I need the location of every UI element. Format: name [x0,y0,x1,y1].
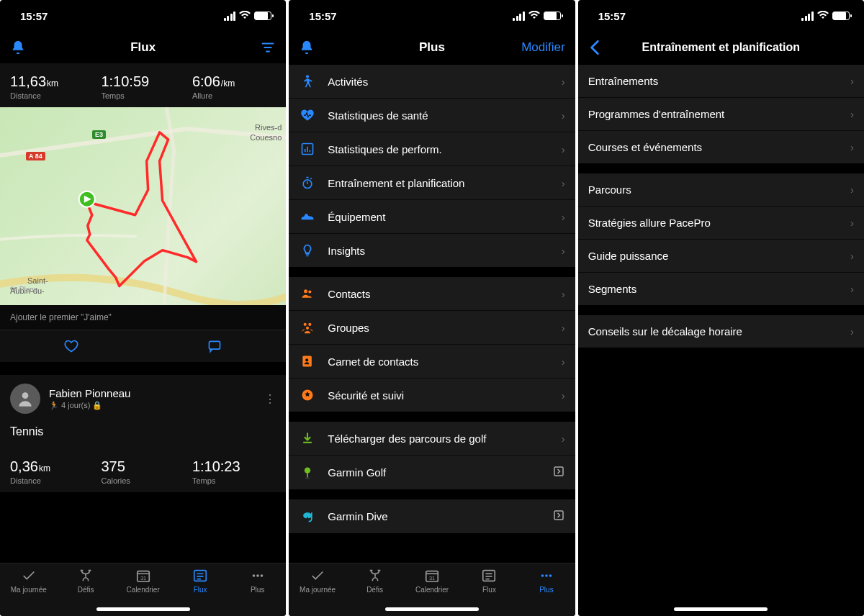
svg-point-14 [252,574,255,577]
list-item[interactable]: Conseils sur le décalage horaire› [578,315,864,348]
tab-more[interactable]: Plus [518,568,575,616]
menu-row-label: Contacts [328,288,370,300]
list-item-label: Segments [588,283,637,295]
menu-row-chart-bar[interactable]: Statistiques de perform.› [289,132,575,166]
svg-point-17 [306,75,309,78]
edit-button[interactable]: Modifier [521,40,564,55]
person-arms-icon [299,74,316,89]
heart-pulse-icon [299,108,316,122]
training-screen: 15:57 Entraînement et planification Entr… [578,0,864,616]
tab-more[interactable]: Plus [229,568,286,616]
svg-rect-5 [210,341,220,349]
list-item[interactable]: Guide puissance› [578,240,864,273]
menu-row-groups[interactable]: Groupes› [289,311,575,345]
menu-row-shoe[interactable]: Équipement› [289,200,575,234]
menu-row-label: Sécurité et suivi [328,389,404,402]
menu-row-address-book[interactable]: Carnet de contacts› [289,345,575,379]
list-item[interactable]: Entraînements› [578,65,864,98]
card-menu-button[interactable]: ⋮ [264,392,276,406]
status-bar: 15:57 [289,0,575,32]
list-item-label: Courses et événements [588,141,702,153]
chevron-right-icon: › [850,184,854,196]
svg-point-49 [545,574,548,577]
notifications-button[interactable] [10,40,53,55]
menu-row-lightbulb[interactable]: Insights› [289,234,575,267]
signal-icon [513,12,525,21]
list-item[interactable]: Stratégies allure PacePro› [578,207,864,240]
svg-point-16 [260,574,263,577]
menu-row-label: Insights [328,245,365,257]
chevron-right-icon: › [850,325,854,338]
list-item-label: Programmes d'entraînement [588,108,725,120]
chevron-right-icon: › [850,108,854,120]
chevron-right-icon: › [562,432,565,445]
nav-header: Flux [0,32,286,63]
back-button[interactable] [588,40,631,55]
menu-row-person-arms[interactable]: Activités› [289,65,575,99]
author-name[interactable]: Fabien Pionneau [49,387,130,399]
menu-row-label: Statistiques de perform. [328,143,441,155]
comment-button[interactable] [143,330,287,362]
list-item[interactable]: Courses et événements› [578,131,864,163]
home-indicator[interactable] [674,607,768,611]
svg-text:31: 31 [429,575,435,581]
menu-row-label: Activités [328,76,368,88]
activity-card-header: Fabien Pionneau 🏃 4 jour(s) 🔒 ⋮ [0,375,286,422]
list-item[interactable]: Segments› [578,273,864,305]
tab-my-day[interactable]: Ma journée [289,568,346,616]
avatar[interactable] [10,384,40,414]
external-link-icon [552,509,565,524]
battery-icon [544,12,561,20]
filter-button[interactable] [233,40,276,55]
menu-row-label: Groupes [328,322,369,334]
chevron-right-icon: › [562,177,565,189]
menu-row-stopwatch[interactable]: Entraînement et planification› [289,166,575,200]
menu-row-download[interactable]: Télécharger des parcours de golf› [289,422,575,456]
home-indicator[interactable] [96,607,190,611]
wifi-icon [817,11,829,22]
like-hint-text: Ajouter le premier "J'aime" [0,305,286,330]
flux-screen: 15:57 Flux 11,63kmDistance 1:10:59Temps … [0,0,286,616]
list-item[interactable]: Parcours› [578,173,864,207]
menu-row-heart-pulse[interactable]: Statistiques de santé› [289,99,575,132]
menu-row-golf[interactable]: Garmin Golf [289,456,575,489]
svg-rect-40 [554,511,563,520]
svg-point-29 [309,323,312,326]
svg-point-48 [541,574,544,577]
list-item-label: Stratégies allure PacePro [588,217,711,229]
chevron-right-icon: › [850,75,854,87]
wifi-icon [239,11,251,22]
chevron-right-icon: › [562,322,565,334]
address-book-icon [299,354,316,368]
menu-row-label: Statistiques de santé [328,109,428,122]
list-item-label: Entraînements [588,75,659,87]
svg-point-6 [22,392,29,399]
activity-title[interactable]: Tennis [0,422,286,445]
menu-row-snorkel[interactable]: Garmin Dive [289,499,575,533]
menu-row-label: Entraînement et planification [328,177,464,189]
status-bar: 15:57 [0,0,286,32]
menu-row-contacts[interactable]: Contacts› [289,277,575,311]
tab-my-day[interactable]: Ma journée [0,568,57,616]
activity-map[interactable]: E3 A 84 Rives-d Couesno Saint- Aubin-du-… [0,107,286,305]
map-road-badge: A 84 [26,152,45,160]
list-item[interactable]: Programmes d'entraînement› [578,98,864,131]
chevron-right-icon: › [562,143,565,155]
menu-row-shield-star[interactable]: Sécurité et suivi› [289,379,575,412]
chevron-right-icon: › [850,250,854,262]
map-place-label: Rives-d [255,123,282,132]
status-bar: 15:57 [578,0,864,32]
chart-bar-icon [299,142,316,156]
nav-header: Plus Modifier [289,32,575,63]
chevron-right-icon: › [562,355,565,368]
map-place-label: Saint- [27,276,48,285]
activity-stats-row: 0,36kmDistance 375Calories 1:10:23Temps [0,445,286,492]
home-indicator[interactable] [385,607,479,611]
notifications-button[interactable] [299,40,342,55]
svg-point-32 [305,358,308,361]
svg-point-30 [306,327,309,330]
menu-row-label: Équipement [328,211,385,223]
like-button[interactable] [0,330,143,362]
status-time: 15:57 [20,10,48,22]
activity-meta: 🏃 4 jour(s) 🔒 [49,401,130,410]
